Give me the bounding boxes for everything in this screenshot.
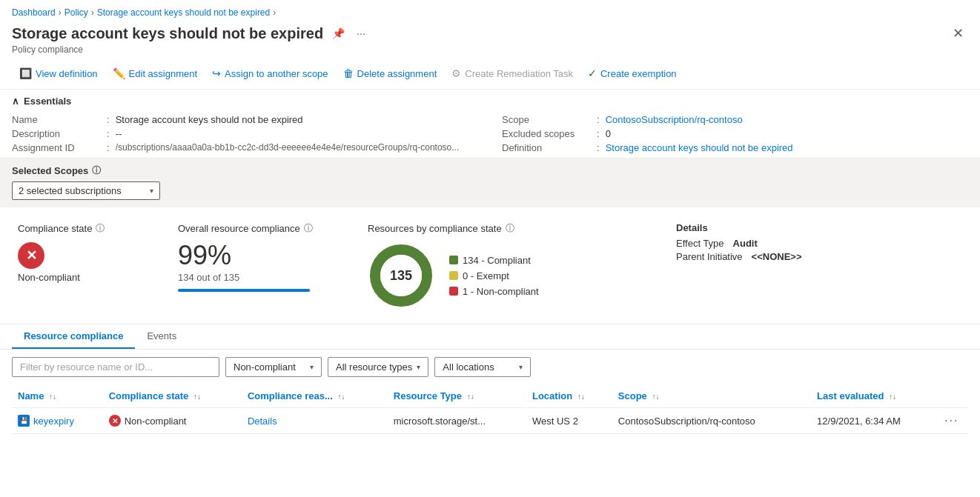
details-effect-key: Effect Type [676, 238, 724, 249]
legend-noncompliant-label: 1 - Non-compliant [463, 286, 539, 297]
essentials-col-left: Name : Storage account keys should not b… [12, 113, 478, 155]
assign-to-scope-button[interactable]: ↪ Assign to another scope [205, 64, 335, 83]
delete-assignment-button[interactable]: 🗑 Delete assignment [336, 64, 445, 83]
more-icon[interactable]: ··· [354, 26, 368, 41]
col-name[interactable]: Name ↑↓ [12, 384, 103, 408]
compliance-state-title: Compliance state [18, 223, 92, 234]
edit-assignment-label: Edit assignment [129, 68, 198, 79]
view-definition-icon: 🔲 [19, 67, 32, 79]
legend-noncompliant: 1 - Non-compliant [449, 286, 539, 297]
compliance-state-info-icon[interactable]: ⓘ [96, 222, 105, 235]
essentials-colon-3: : [107, 142, 110, 153]
create-remediation-label: Create Remediation Task [465, 68, 573, 79]
last-evaluated-value: 12/9/2021, 6:34 AM [817, 416, 901, 427]
essentials-colon-2: : [107, 128, 110, 139]
legend-exempt: 0 - Exempt [449, 270, 539, 281]
breadcrumb-policy[interactable]: Policy [64, 7, 88, 18]
row-resource-type-cell: microsoft.storage/st... [388, 408, 526, 434]
details-card: Details Effect Type Audit Parent Initiat… [676, 222, 962, 309]
breadcrumb-dashboard[interactable]: Dashboard [12, 7, 56, 18]
resource-name-filter[interactable] [12, 357, 219, 377]
edit-icon: ✏️ [113, 67, 125, 79]
donut-chart: 135 [368, 242, 434, 309]
col-compliance-reason[interactable]: Compliance reas... ↑↓ [242, 384, 388, 408]
breadcrumb-current[interactable]: Storage account keys should not be expir… [97, 7, 270, 18]
create-exemption-button[interactable]: ✓ Create exemption [580, 64, 684, 83]
table-body: 💾 keyexpiry ✕ Non-compliant Details micr… [12, 408, 968, 434]
essentials-colon-1: : [107, 114, 110, 125]
compliance-state-value: Non-compliant [18, 272, 166, 283]
row-more-button[interactable]: ··· [944, 414, 959, 427]
resource-name-value: keyexpiry [33, 416, 74, 427]
essentials-scope-value[interactable]: ContosoSubscription/rq-contoso [606, 114, 743, 125]
essentials-colon-5: : [597, 128, 600, 139]
page-subtitle: Policy compliance [0, 44, 980, 61]
col-resource-type[interactable]: Resource Type ↑↓ [388, 384, 526, 408]
assign-icon: ↪ [212, 67, 221, 79]
tabs: Resource compliance Events [12, 324, 968, 349]
details-initiative-key: Parent Initiative [676, 251, 743, 262]
resource-types-dropdown[interactable]: All resource types ▾ [328, 357, 428, 377]
col-compliance-state[interactable]: Compliance state ↑↓ [103, 384, 242, 408]
noncompliant-state-label: Non-compliant [125, 416, 187, 427]
details-effect-row: Effect Type Audit [676, 238, 962, 249]
selected-scopes-bar: Selected Scopes ⓘ 2 selected subscriptio… [0, 158, 980, 207]
essentials-definition-value[interactable]: Storage account keys should not be expir… [606, 142, 793, 153]
pin-icon[interactable]: 📌 [329, 26, 348, 41]
resource-type-value: microsoft.storage/st... [394, 416, 486, 427]
resources-by-state-info-icon[interactable]: ⓘ [506, 222, 514, 235]
close-icon[interactable]: ✕ [948, 24, 968, 43]
create-remediation-button[interactable]: ⚙ Create Remediation Task [444, 64, 580, 83]
resources-by-state-card: Resources by compliance state ⓘ 135 134 … [368, 222, 664, 309]
view-definition-button[interactable]: 🔲 View definition [12, 64, 105, 83]
edit-assignment-button[interactable]: ✏️ Edit assignment [105, 64, 205, 83]
essentials-assignment-value: /subscriptions/aaaa0a0a-bb1b-cc2c-dd3d-e… [116, 142, 460, 153]
essentials-definition-label: Definition [502, 142, 591, 153]
col-scope-sort-icon: ↑↓ [652, 393, 659, 401]
col-actions [938, 384, 968, 408]
details-title: Details [676, 222, 962, 233]
exemption-icon: ✓ [588, 67, 597, 79]
essentials-description-row: Description : -- [12, 127, 478, 141]
donut-legend: 134 - Compliant 0 - Exempt 1 - Non-compl… [449, 255, 539, 297]
scope-dropdown[interactable]: 2 selected subscriptions ▾ [12, 181, 160, 200]
col-compliance-reason-sort-icon: ↑↓ [337, 393, 345, 401]
delete-assignment-label: Delete assignment [357, 68, 437, 79]
assign-to-scope-label: Assign to another scope [225, 68, 328, 79]
essentials-colon-4: : [597, 114, 600, 125]
details-initiative-value: <<NONE>> [752, 251, 802, 262]
col-resource-type-label: Resource Type [394, 390, 462, 401]
overall-compliance-info-icon[interactable]: ⓘ [304, 222, 313, 235]
row-last-evaluated-cell: 12/9/2021, 6:34 AM [811, 408, 938, 434]
row-name-cell: 💾 keyexpiry [12, 408, 103, 434]
locations-dropdown[interactable]: All locations ▾ [434, 357, 531, 377]
compliance-state-card: Compliance state ⓘ ✕ Non-compliant [18, 222, 166, 309]
selected-scopes-info-icon[interactable]: ⓘ [92, 164, 101, 177]
essentials-definition-row: Definition : Storage account keys should… [502, 141, 968, 155]
compliance-state-chevron-icon: ▾ [310, 363, 314, 371]
page-header: Storage account keys should not be expir… [0, 21, 980, 44]
compliance-reason-link[interactable]: Details [248, 416, 277, 427]
breadcrumb-sep2: › [91, 7, 94, 18]
col-location[interactable]: Location ↑↓ [526, 384, 612, 408]
table-row: 💾 keyexpiry ✕ Non-compliant Details micr… [12, 408, 968, 434]
resource-name-link[interactable]: 💾 keyexpiry [18, 415, 97, 427]
col-last-evaluated[interactable]: Last evaluated ↑↓ [811, 384, 938, 408]
essentials-grid: Name : Storage account keys should not b… [12, 113, 968, 155]
scope-value: ContosoSubscription/rq-contoso [618, 416, 755, 427]
col-location-sort-icon: ↑↓ [577, 393, 585, 401]
overall-compliance-card: Overall resource compliance ⓘ 99% 134 ou… [178, 222, 356, 309]
tab-resource-compliance[interactable]: Resource compliance [12, 324, 135, 349]
compliance-state-dropdown[interactable]: Non-compliant ▾ [225, 357, 322, 377]
tab-events[interactable]: Events [135, 324, 188, 349]
breadcrumb: Dashboard › Policy › Storage account key… [0, 0, 980, 21]
essentials-header[interactable]: ∧ Essentials [12, 96, 968, 107]
resource-compliance-table: Name ↑↓ Compliance state ↑↓ Compliance r… [12, 384, 968, 434]
col-resource-type-sort-icon: ↑↓ [467, 393, 474, 401]
col-compliance-state-sort-icon: ↑↓ [193, 393, 201, 401]
locations-dropdown-value: All locations [443, 361, 494, 373]
compliance-state-icon: ✕ [18, 242, 44, 269]
table-header-row: Name ↑↓ Compliance state ↑↓ Compliance r… [12, 384, 968, 408]
col-scope[interactable]: Scope ↑↓ [612, 384, 811, 408]
progress-bar-fill [178, 289, 310, 292]
